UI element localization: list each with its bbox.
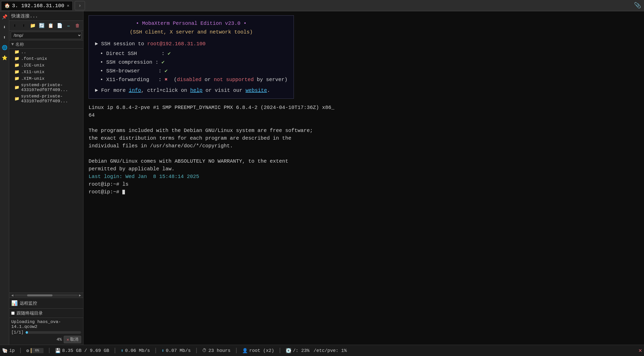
file-toolbar: ⬇ ⬆ 📁 🔄 📋 📄 ✏ 🗑 [9, 21, 83, 31]
upload-button[interactable]: ⬆ [20, 22, 28, 29]
refresh-button[interactable]: 🔄 [38, 22, 46, 29]
separator2: | [48, 347, 51, 354]
info-link[interactable]: info [129, 87, 141, 93]
copy-button[interactable]: 📋 [47, 22, 55, 29]
shell-icon: 🐚 [2, 348, 8, 353]
tab-arrow-button[interactable]: › [75, 1, 85, 10]
session-x11: • X11-forwarding : ✖ (disabled or not su… [100, 76, 287, 84]
upload-speed-icon: ⬆ [121, 348, 124, 353]
panel-globe-button[interactable]: 🌐 [1, 44, 8, 51]
tab-close-button[interactable]: ✕ [67, 3, 69, 8]
status-memory-label: 8.35 GB / 9.69 GB [62, 348, 109, 353]
terminal-output-line6: Debian GNU/Linux comes with ABSOLUTELY N… [89, 158, 639, 165]
status-user: 👤 root (x2) [242, 348, 274, 353]
sidebar-scrollbar[interactable]: ◀ ▶ [9, 293, 83, 298]
progress-bar-fill [26, 331, 28, 334]
terminal-cursor [122, 190, 125, 194]
edit-button[interactable]: ✏ [65, 22, 73, 29]
status-ip: 🐚 ip [2, 348, 15, 353]
separator5: | [195, 347, 198, 354]
statusbar-close-icon[interactable]: ✕ [639, 348, 642, 354]
terminal-output-line3: The programs included with the Debian GN… [89, 127, 639, 135]
list-item[interactable]: 📁 .XIM-unix [9, 75, 83, 82]
download-button[interactable]: ⬇ [11, 22, 19, 29]
terminal-last-login: Last login: Wed Jan 8 15:48:14 2025 [89, 173, 639, 181]
welcome-subtitle: (SSH client, X server and network tools) [95, 28, 287, 36]
separator4: | [154, 347, 157, 354]
upload-actions: 4% ✕ 取消 [11, 336, 81, 343]
statusbar-right: ✕ [639, 347, 642, 354]
path-select[interactable]: /tmp/ [11, 32, 82, 39]
file-name: .ICE-unix [21, 63, 45, 68]
remote-monitor-panel[interactable]: 📊 远程监控 [9, 298, 83, 308]
status-download-speed: ⬇ 0.07 Mb/s [162, 348, 191, 353]
follow-terminal-panel: 跟随终端目录 [9, 308, 83, 318]
session-label: ► SSH session to [95, 41, 144, 47]
statusbar: 🐚 ip | ⚙ 6% | 💾 8.35 GB / 9.69 GB | ⬆ 0.… [0, 345, 644, 356]
tab-bar: 🏠 3. 192.168.31.100 ✕ › 📎 [0, 0, 644, 11]
upload-percent: 4% [57, 337, 62, 342]
list-item[interactable]: 📁 systemd-private-433107edf07f409... [9, 82, 83, 93]
new-folder-button[interactable]: 📁 [29, 22, 37, 29]
browser-check: ✔ [165, 68, 168, 74]
status-upload-speed: ⬆ 0.06 Mb/s [121, 348, 150, 353]
folder-icon: 📁 [14, 49, 19, 54]
expand-arrow-icon: ▼ [11, 42, 14, 47]
panel-down-button[interactable]: ⬇ [1, 24, 8, 31]
separator6: | [235, 347, 238, 354]
cpu-icon: ⚙ [26, 348, 29, 353]
terminal-output-line7: permitted by applicable law. [89, 165, 639, 173]
terminal-output-line2: 64 [89, 112, 639, 119]
panel-pin-button[interactable]: 📌 [1, 13, 8, 20]
scroll-right-icon[interactable]: ▶ [79, 293, 81, 297]
follow-terminal-checkbox[interactable] [11, 312, 15, 315]
tab-home-icon: 🏠 [4, 3, 10, 8]
website-link[interactable]: website [245, 87, 267, 93]
compression-check: ✔ [162, 59, 165, 65]
follow-terminal-label: 跟随终端目录 [17, 310, 43, 316]
paperclip-icon: 📎 [634, 2, 641, 9]
ssh-session-line: ► SSH session to root@192.168.31.100 [95, 40, 287, 48]
status-uptime-label: 23 hours [208, 348, 230, 353]
more-info-line: ► For more info, ctrl+click on help or v… [95, 87, 287, 94]
quick-connect-label: 快速连接... [11, 13, 38, 19]
tab-ssh[interactable]: 🏠 3. 192.168.31.100 ✕ [1, 1, 73, 10]
quick-connect-bar[interactable]: 快速连接... [9, 11, 83, 21]
file-list-header: ▼ 名称 [9, 40, 83, 49]
cancel-upload-button[interactable]: ✕ 取消 [64, 336, 81, 343]
terminal-prompt-ls: root@ip:~# ls [89, 181, 639, 188]
main-layout: 📌 ⬇ ⬆ 🌐 ⭐ 快速连接... ⬇ ⬆ 📁 🔄 📋 📄 ✏ 🗑 /tmp/ [0, 11, 644, 345]
scroll-left-icon[interactable]: ◀ [11, 293, 13, 297]
delete-button[interactable]: 🗑 [74, 22, 82, 29]
progress-bar-container [26, 331, 81, 334]
status-cpu: ⚙ 6% [26, 348, 44, 353]
list-item[interactable]: 📁 systemd-private-433107edf07f409... [9, 93, 83, 104]
terminal-output-line4: the exact distribution terms for each pr… [89, 135, 639, 142]
list-item[interactable]: 📁 .X11-unix [9, 69, 83, 75]
panel-star-button[interactable]: ⭐ [1, 54, 8, 61]
file-name: .. [21, 50, 26, 54]
terminal-output-blank1 [89, 119, 639, 127]
folder-icon: 📁 [14, 69, 19, 74]
welcome-box: • MobaXterm Personal Edition v23.0 • (SS… [89, 15, 294, 99]
cancel-label: 取消 [70, 337, 78, 342]
help-link[interactable]: help [190, 87, 202, 93]
terminal-output-blank2 [89, 150, 639, 158]
list-item[interactable]: 📁 .. [9, 49, 83, 55]
panel-up-button[interactable]: ⬆ [1, 34, 8, 41]
list-item[interactable]: 📁 .font-unix [9, 55, 83, 62]
separator3: | [113, 347, 117, 354]
scroll-thumb[interactable] [27, 294, 52, 296]
download-speed-icon: ⬇ [162, 348, 164, 353]
x11-cross: ✖ [165, 77, 168, 83]
new-file-button[interactable]: 📄 [56, 22, 64, 29]
status-disk1: 💽 /: 23% [286, 348, 309, 353]
tab-label: 3. 192.168.31.100 [12, 3, 64, 9]
list-item[interactable]: 📁 .ICE-unix [9, 62, 83, 69]
path-bar: /tmp/ [9, 31, 83, 40]
terminal-area[interactable]: • MobaXterm Personal Edition v23.0 • (SS… [83, 11, 644, 345]
scroll-track[interactable] [14, 294, 78, 296]
file-name: .font-unix [21, 56, 47, 61]
status-upload-label: 0.06 Mb/s [125, 348, 150, 353]
welcome-title: • MobaXterm Personal Edition v23.0 • [95, 20, 287, 27]
